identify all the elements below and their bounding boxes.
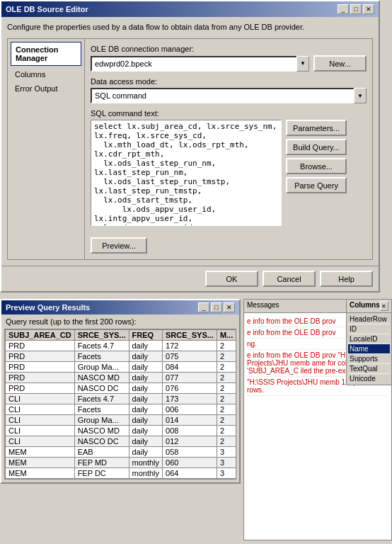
- right-column-panel: Columns ✕ HeaderRow ID LocaleID Name Sup…: [346, 299, 392, 385]
- table-cell: Facets: [74, 404, 129, 415]
- table-cell: 2: [217, 436, 236, 447]
- table-row: CLINASCO DCdaily0122: [6, 436, 236, 447]
- minimize-button[interactable]: _: [338, 4, 349, 14]
- data-access-mode-dropdown[interactable]: SQL command: [91, 88, 354, 103]
- col-textqual: TextQual: [348, 364, 390, 374]
- table-cell: CLI: [6, 415, 75, 426]
- preview-minimize-button[interactable]: _: [198, 302, 209, 312]
- table-cell: MEM: [6, 447, 75, 458]
- col-header-m: M...: [217, 330, 236, 341]
- table-cell: 2: [217, 415, 236, 426]
- table-cell: Group Ma...: [74, 362, 129, 373]
- table-cell: PRD: [6, 351, 75, 362]
- table-cell: 2: [217, 426, 236, 436]
- side-panel-title-text: Messages: [247, 301, 279, 311]
- ok-button[interactable]: OK: [205, 271, 258, 287]
- help-button[interactable]: Help: [320, 271, 373, 287]
- table-cell: 2: [217, 373, 236, 383]
- table-row: CLIFacetsdaily0062: [6, 404, 236, 415]
- results-table-body: PRDFacets 4.7daily1722PRDFacetsdaily0752…: [6, 341, 236, 479]
- table-cell: daily: [129, 415, 163, 426]
- parse-query-button[interactable]: Parse Query: [286, 177, 347, 193]
- table-cell: Facets: [74, 351, 129, 362]
- table-cell: CLI: [6, 426, 75, 436]
- col-header-srce-sys2: SRCE_SYS...: [163, 330, 217, 341]
- tab-error-output[interactable]: Error Output: [11, 81, 81, 96]
- table-cell: daily: [129, 341, 163, 351]
- table-cell: daily: [129, 404, 163, 415]
- maximize-button[interactable]: □: [350, 4, 362, 14]
- cancel-button[interactable]: Cancel: [263, 271, 316, 287]
- table-cell: 008: [163, 426, 217, 436]
- table-cell: 084: [163, 362, 217, 373]
- connection-manager-label: OLE DB connection manager:: [91, 45, 367, 53]
- table-cell: NASCO DC: [74, 436, 129, 447]
- table-cell: EAB: [74, 447, 129, 458]
- table-cell: CLI: [6, 394, 75, 404]
- table-row: MEMFEP MDmonthly0603: [6, 458, 236, 468]
- connection-manager-dropdown-wrapper: edwprd02.bpeck ▼: [91, 56, 309, 72]
- new-connection-button[interactable]: New...: [313, 55, 367, 72]
- parameters-button[interactable]: Parameters...: [286, 120, 347, 136]
- table-cell: daily: [129, 362, 163, 373]
- sql-buttons: Parameters... Build Query... Browse... P…: [286, 120, 347, 226]
- tab-columns[interactable]: Columns: [11, 67, 81, 81]
- table-cell: 014: [163, 415, 217, 426]
- col-id: ID: [348, 324, 390, 334]
- connection-manager-dropdown-arrow[interactable]: ▼: [296, 56, 309, 72]
- window-body: Configure the properties used by a data …: [1, 17, 379, 266]
- table-row: MEMEABdaily0583: [6, 447, 236, 458]
- build-query-button[interactable]: Build Query...: [286, 139, 347, 155]
- sql-textarea[interactable]: [91, 120, 282, 226]
- bottom-buttons: OK Cancel Help: [1, 266, 379, 291]
- table-cell: 075: [163, 351, 217, 362]
- right-panel-title: Columns: [350, 301, 380, 311]
- data-access-mode-arrow[interactable]: ▼: [354, 88, 367, 103]
- connection-manager-group: OLE DB connection manager: edwprd02.bpec…: [91, 45, 367, 72]
- table-cell: daily: [129, 436, 163, 447]
- table-cell: 3: [217, 468, 236, 479]
- table-cell: 076: [163, 383, 217, 394]
- preview-button-container: Preview...: [91, 232, 367, 254]
- preview-maximize-button[interactable]: □: [211, 302, 222, 312]
- connection-manager-row: edwprd02.bpeck ▼ New...: [91, 55, 367, 72]
- preview-close-button[interactable]: ✕: [224, 302, 235, 312]
- col-header-subj-area: SUBJ_AREA_CD: [6, 330, 75, 341]
- table-cell: PRD: [6, 373, 75, 383]
- right-panel-items: HeaderRow ID LocaleID Name Supports Text…: [347, 313, 391, 385]
- data-access-mode-label: Data access mode:: [91, 77, 367, 86]
- preview-window-title: Preview Query Results: [6, 303, 90, 312]
- table-cell: NASCO DC: [74, 383, 129, 394]
- preview-window: Preview Query Results _ □ ✕ Query result…: [0, 299, 241, 484]
- table-row: PRDFacetsdaily0752: [6, 351, 236, 362]
- table-cell: PRD: [6, 383, 75, 394]
- table-cell: 077: [163, 373, 217, 383]
- preview-title-buttons: _ □ ✕: [198, 302, 235, 312]
- sql-area-wrapper: Parameters... Build Query... Browse... P…: [91, 120, 367, 226]
- table-cell: 2: [217, 404, 236, 415]
- close-button[interactable]: ✕: [363, 4, 374, 14]
- table-cell: 2: [217, 394, 236, 404]
- col-header-freq: FREQ: [129, 330, 163, 341]
- table-cell: daily: [129, 383, 163, 394]
- table-cell: daily: [129, 447, 163, 458]
- table-row: MEMFEP DCmonthly0643: [6, 468, 236, 479]
- right-panel-close-btn[interactable]: ✕: [380, 301, 388, 311]
- table-cell: 3: [217, 458, 236, 468]
- col-locale-id: LocaleID: [348, 334, 390, 344]
- tab-connection-manager[interactable]: Connection Manager: [11, 42, 81, 66]
- col-header-row: HeaderRow: [348, 314, 390, 324]
- title-bar-buttons: _ □ ✕: [338, 4, 374, 14]
- connection-manager-dropdown[interactable]: edwprd02.bpeck: [91, 56, 297, 72]
- preview-button[interactable]: Preview...: [91, 237, 147, 254]
- col-name: Name: [348, 344, 390, 354]
- table-cell: 064: [163, 468, 217, 479]
- sql-command-group: SQL command text: Parameters... Build Qu…: [91, 109, 367, 226]
- col-unicode: Unicode: [348, 374, 390, 383]
- table-cell: MEM: [6, 458, 75, 468]
- table-row: PRDGroup Ma...daily0842: [6, 362, 236, 373]
- data-access-mode-row: SQL command ▼: [91, 88, 367, 103]
- table-cell: 173: [163, 394, 217, 404]
- browse-button[interactable]: Browse...: [286, 158, 347, 174]
- results-table-wrapper[interactable]: SUBJ_AREA_CD SRCE_SYS... FREQ SRCE_SYS..…: [4, 329, 236, 480]
